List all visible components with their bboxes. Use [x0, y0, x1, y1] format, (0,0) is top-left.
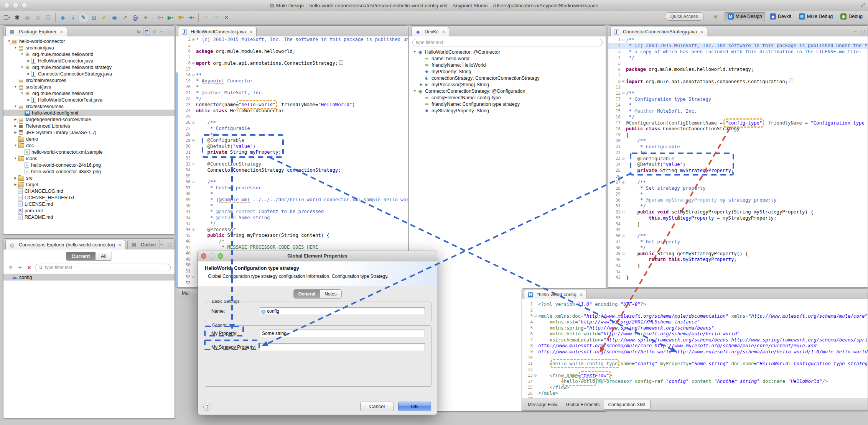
bottom-tab-configuration-xml[interactable]: Configuration XML: [604, 400, 650, 410]
tree-item-helloworldconnector-connector[interactable]: ▼HelloWorldConnector: @Connector: [409, 49, 606, 55]
fold-marker-icon[interactable]: ⊖: [191, 73, 196, 77]
expand-arrow-icon[interactable]: ▶: [13, 124, 18, 128]
install-connector-button[interactable]: ⊞: [89, 13, 99, 22]
tree-item-helloworldconnector-java[interactable]: ▶HelloWorldConnector.java: [3, 57, 175, 64]
close-tab-icon[interactable]: ✕: [442, 30, 445, 34]
name-field[interactable]: [260, 307, 425, 315]
fold-marker-icon[interactable]: ⊖: [533, 314, 538, 318]
fold-marker-icon[interactable]: ⊖: [533, 374, 538, 377]
tree-item-pom-xml[interactable]: pom.xml: [3, 207, 175, 214]
tree-item-org-mule-modules-helloworld[interactable]: ▼org.mule.modules.helloworld: [3, 90, 175, 97]
tree-item-jre-system-library-javase-1-7[interactable]: ▶JRE System Library [JavaSe-1.7]: [3, 129, 175, 136]
new-mule-project-button[interactable]: ◈: [58, 13, 68, 22]
close-tab-icon[interactable]: ✕: [580, 292, 583, 297]
expand-arrow-icon[interactable]: ▼: [412, 50, 417, 54]
tree-item-doc[interactable]: ▼doc: [3, 142, 175, 149]
scope-toggle-all[interactable]: All: [96, 252, 112, 260]
build-jar-button[interactable]: ✦: [141, 13, 150, 22]
tree-item-src-main-resources[interactable]: src/main/resources: [3, 77, 175, 84]
expand-arrow-icon[interactable]: ▶: [26, 72, 31, 75]
tree-item-icons[interactable]: ▼icons: [3, 155, 175, 162]
fold-marker-icon[interactable]: ⊕: [621, 79, 626, 83]
minimize-button[interactable]: ─: [158, 28, 165, 34]
expand-arrow-icon[interactable]: ▼: [20, 66, 25, 69]
tree-item-org-mule-modules-helloworld[interactable]: ▼org.mule.modules.helloworld: [3, 51, 175, 57]
quick-access-button[interactable]: Quick Access: [665, 12, 704, 21]
run-as-button[interactable]: ▶: [166, 13, 175, 22]
minimize-editor-button[interactable]: ─: [852, 28, 858, 34]
maximize-editor-button[interactable]: ▢: [859, 28, 866, 34]
expand-arrow-icon[interactable]: ▼: [20, 53, 25, 56]
tab-hello-world-config[interactable]: *hello-world-config✕: [524, 290, 587, 299]
expand-arrow-icon[interactable]: ▶: [26, 98, 31, 102]
devkit-filter-field[interactable]: type filter text: [412, 39, 603, 46]
fold-marker-icon[interactable]: ⊖: [191, 162, 196, 166]
fold-marker-icon[interactable]: ⊖: [621, 234, 626, 238]
fold-marker-icon[interactable]: ⊖: [621, 38, 626, 42]
tree-item-connectorconnectionstrategy-configuration[interactable]: ▼ConnectorConnectionStrategy: @Configura…: [409, 88, 606, 94]
tree-item-helloworldconnectortest-java[interactable]: ▶HelloWorldConnectorTest.java: [3, 97, 175, 103]
tab-package-explorer[interactable]: Package Explorer✕: [5, 27, 67, 36]
maximize-button[interactable]: ▢: [166, 28, 173, 34]
fold-marker-icon[interactable]: ⊖: [191, 228, 196, 231]
ok-button[interactable]: OK: [398, 402, 431, 411]
close-tab-icon[interactable]: ✕: [118, 243, 122, 248]
tree-item-name-hello-world[interactable]: name: hello-world: [409, 55, 606, 62]
tab-outline[interactable]: Outline: [127, 240, 160, 249]
java-editor-connectorconnectionstrategy[interactable]: 1⊖/**2 * (c) 2003-2015 MuleSoft, Inc. Th…: [608, 36, 868, 287]
navigate-forward-button[interactable]: ➜: [186, 13, 196, 22]
perspective-devkit[interactable]: ◆Devkit: [767, 12, 794, 21]
maximize-view-button[interactable]: ▢: [166, 241, 173, 248]
tree-item-src[interactable]: ▶src: [3, 175, 175, 181]
help-button[interactable]: ?: [203, 403, 211, 411]
perspective-open-perspective[interactable]: ⊞: [710, 12, 721, 21]
tree-item-friendlyname-helloworld[interactable]: friendlyName: HelloWorld: [409, 62, 606, 68]
fold-marker-icon[interactable]: ⊕: [191, 38, 196, 41]
expand-arrow-icon[interactable]: ▼: [13, 46, 18, 49]
java-editor-helloworldconnector[interactable]: 2⊕* (c) 2003-2015 MuleSoft, Inc. The sof…: [176, 36, 408, 287]
connections-settings-button[interactable]: ⚙: [7, 264, 14, 271]
tree-item-hello-world-config-xml[interactable]: hello-world-config.xml: [3, 110, 175, 116]
perspective-debug[interactable]: ✱Debug: [837, 12, 866, 21]
fold-marker-icon[interactable]: ⊖: [191, 138, 196, 142]
expand-arrow-icon[interactable]: ▼: [13, 85, 18, 89]
link-with-editor-button[interactable]: ⇄: [143, 28, 150, 34]
tree-item-src-main-java[interactable]: ▼src/main/java: [3, 44, 175, 51]
tree-item-target[interactable]: ▶target: [3, 181, 175, 188]
add-connection-button[interactable]: ＋: [16, 264, 23, 271]
tree-item-mystrategyproperty-string[interactable]: myStrategyProperty: String: [409, 107, 606, 114]
new-wizard-button[interactable]: ❏: [2, 13, 12, 22]
view-menu-button[interactable]: ▽: [151, 28, 158, 34]
connections-filter-field[interactable]: type filter text: [35, 264, 171, 271]
fold-marker-icon[interactable]: ⊖: [621, 157, 626, 161]
tree-item-license-md[interactable]: LICENSE.md: [3, 201, 175, 207]
expand-arrow-icon[interactable]: ▼: [412, 89, 417, 93]
new-flow-button[interactable]: ✧: [155, 13, 165, 22]
tree-item-config[interactable]: config: [3, 274, 175, 281]
collapse-all-button[interactable]: ⊟: [135, 28, 142, 34]
my-strategy-property-field[interactable]: [260, 343, 425, 351]
cancel-button[interactable]: Cancel: [360, 402, 394, 411]
tree-item-myproperty-string[interactable]: myProperty: String: [409, 68, 606, 75]
generate-sources-button[interactable]: ✎: [79, 13, 88, 22]
hidden-view-tab-fragment[interactable]: Mul: [177, 288, 198, 297]
tree-item-connectorconnectionstrategy-java[interactable]: ▶ConnectorConnectionStrategy.java: [3, 71, 175, 77]
expand-arrow-icon[interactable]: ▼: [13, 157, 18, 160]
expand-arrow-icon[interactable]: ▼: [13, 144, 18, 147]
tree-item-myprocessor-string-string[interactable]: ▶myProcessor(String):String: [409, 81, 606, 88]
scope-toggle-current[interactable]: Current: [66, 252, 96, 260]
minimize-view-button[interactable]: ─: [158, 241, 165, 248]
close-tab-icon[interactable]: ✕: [60, 30, 63, 34]
tree-item-src-test-resources[interactable]: ▼src/test/resources: [3, 103, 175, 110]
perspective-mule-design[interactable]: MMule Design: [725, 12, 765, 21]
expand-arrow-icon[interactable]: ▶: [26, 59, 31, 62]
enable-javadoc-check-button[interactable]: ✐: [99, 13, 109, 22]
debug-attach-button[interactable]: ✱: [12, 13, 22, 22]
tree-item-hello-world-connector-xml-sample[interactable]: hello-world-connector.xml.sample: [3, 149, 175, 155]
tree-item-changelog-md[interactable]: CHANGELOG.md: [3, 188, 175, 194]
expand-arrow-icon[interactable]: ▼: [20, 92, 25, 95]
open-resource-button[interactable]: ▼: [176, 13, 186, 22]
tab-connectorconnectionstrategy-java[interactable]: ConnectorConnectionStrategy.java✕: [610, 27, 707, 36]
xml-editor-body[interactable]: 1<?xml version="1.0" encoding="UTF-8"?>2…: [522, 299, 868, 399]
tab-connections-explorer[interactable]: Connections Explorer (hello-world-connec…: [5, 240, 125, 249]
